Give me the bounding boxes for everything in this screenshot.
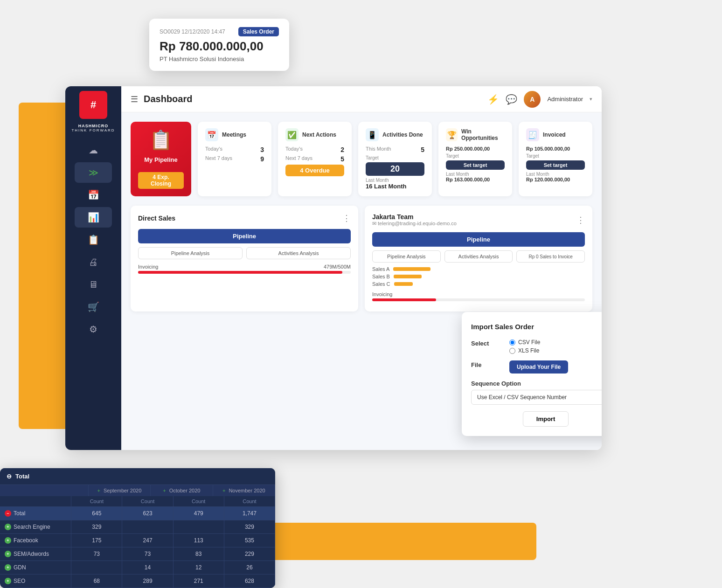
sidebar-item-calendar[interactable]: 📅 <box>75 185 112 205</box>
xls-radio[interactable] <box>509 348 515 354</box>
logo-text: # <box>90 99 96 111</box>
next-actions-icon: ✅ <box>285 128 299 141</box>
pipeline-card-icon: 📋 <box>149 129 173 151</box>
jakarta-team-pipeline-analysis-btn[interactable]: Pipeline Analysis <box>372 250 441 263</box>
direct-sales-pipeline-analysis-btn[interactable]: Pipeline Analysis <box>138 247 243 259</box>
sidebar-item-monitor[interactable]: 🖥 <box>75 274 112 295</box>
activities-last-month-value: 16 Last Month <box>366 183 424 190</box>
win-opportunities-card: 🏆 Win Opportunities Rp 250.000.000,00 Ta… <box>438 122 512 196</box>
sequence-option-select[interactable]: Use Excel / CSV Sequence Number <box>471 390 602 405</box>
next-actions-title: Next Actions <box>302 131 336 138</box>
direct-sales-pipeline-btn[interactable]: Pipeline <box>138 229 351 243</box>
sidebar-item-cloud[interactable]: ☁ <box>75 140 112 160</box>
jakarta-team-activities-analysis-btn[interactable]: Activities Analysis <box>444 250 513 263</box>
win-opps-set-target-btn[interactable]: Set target <box>446 160 505 170</box>
meetings-next7-label: Next 7 days <box>205 155 232 163</box>
jakarta-team-title: Jakarta Team <box>372 213 457 221</box>
activities-icon: 📱 <box>366 128 379 141</box>
sidebar-item-chevron[interactable]: ≫ <box>75 162 112 183</box>
next-actions-today-value: 2 <box>340 146 344 153</box>
col-count-4: Count <box>224 496 275 506</box>
jakarta-team-pipeline-btn[interactable]: Pipeline <box>372 232 585 247</box>
col-count-3: Count <box>174 496 224 506</box>
overdue-badge[interactable]: 4 Overdue <box>285 165 344 176</box>
csv-option[interactable]: CSV File <box>509 339 540 346</box>
activities-target-value: 20 <box>366 162 424 176</box>
direct-sales-activities-analysis-btn[interactable]: Activities Analysis <box>246 247 351 259</box>
activities-target-label: Target <box>366 155 424 160</box>
direct-sales-card: Direct Sales ⋮ Pipeline Pipeline Analysi… <box>131 206 358 311</box>
user-name[interactable]: Administrator <box>547 96 583 103</box>
jakarta-team-card: Jakarta Team ✉ telering@trading-id.equio… <box>365 206 592 311</box>
menu-icon[interactable]: ☰ <box>131 94 138 104</box>
top-navigation: ☰ Dashboard ⚡ 💬 A Administrator ▾ <box>121 86 602 112</box>
sales-order-tooltip: SO0029 12/12/2020 14:47 Sales Order Rp 7… <box>149 19 289 71</box>
csv-radio[interactable] <box>509 339 515 346</box>
sales-c-label: Sales C <box>372 281 390 287</box>
sidebar-item-list[interactable]: 📋 <box>75 229 112 250</box>
tooltip-badge: Sales Order <box>238 27 279 36</box>
jakarta-invoicing-progress: Invoicing <box>372 291 585 301</box>
invoiced-card: 🧾 Invoiced Rp 105.000.000,00 Target Set … <box>519 122 592 196</box>
plus-icon: + <box>5 537 11 544</box>
invoiced-icon: 🧾 <box>526 128 539 141</box>
meetings-today-label: Today's <box>205 146 222 153</box>
invoiced-title: Invoiced <box>543 131 566 138</box>
sales-a-label: Sales A <box>372 266 389 272</box>
tooltip-ref: SO0029 12/12/2020 14:47 <box>160 28 225 35</box>
table-row: + Search Engine 329 329 <box>0 520 275 534</box>
sidebar-item-cart[interactable]: 🛒 <box>75 297 112 317</box>
col-count-2: Count <box>122 496 173 506</box>
meetings-next7-value: 9 <box>260 155 264 163</box>
win-opps-title: Win Opportunities <box>461 128 505 141</box>
meetings-title: Meetings <box>222 131 246 138</box>
upload-file-btn[interactable]: Upload Your File <box>509 360 568 374</box>
file-type-options: CSV File XLS File <box>509 339 540 354</box>
sidebar-item-print[interactable]: 🖨 <box>75 252 112 272</box>
plus-icon: + <box>5 564 11 571</box>
win-opps-last-month-label: Last Month <box>446 172 505 177</box>
sales-c-bar <box>394 282 413 286</box>
activities-this-month-value: 5 <box>421 146 424 153</box>
jakarta-team-sales-invoice-btn[interactable]: Rp 0 Sales to Invoice <box>516 250 585 263</box>
invoiced-set-target-btn[interactable]: Set target <box>526 160 585 170</box>
avatar[interactable]: A <box>524 91 541 108</box>
table-col-headers: Count Count Count Count <box>0 496 275 507</box>
plus-icon: + <box>5 551 11 557</box>
jakarta-invoicing-label: Invoicing <box>372 291 392 297</box>
my-pipeline-card: 📋 My Pipeline 4 Exp. Closing <box>131 122 191 196</box>
user-dropdown-icon[interactable]: ▾ <box>590 96 592 102</box>
table-row: − Total 645 623 479 1,747 <box>0 507 275 520</box>
jakarta-team-email: ✉ telering@trading-id.equio-demo.co <box>372 221 457 227</box>
import-btn[interactable]: Import <box>523 411 569 427</box>
import-sales-order-dialog: Import Sales Order ✕ Select CSV File XLS… <box>462 312 602 436</box>
sidebar-logo[interactable]: # <box>79 91 107 119</box>
sidebar-item-settings[interactable]: ⚙ <box>75 319 112 339</box>
plus-icon: + <box>5 524 11 530</box>
table-rows: − Total 645 623 479 1,747 + Search Engin… <box>0 507 275 588</box>
jakarta-team-menu-icon[interactable]: ⋮ <box>576 215 585 225</box>
next-actions-card: ✅ Next Actions Today's 2 Next 7 days 5 4… <box>278 122 352 196</box>
oct-header: October 2020 <box>169 488 201 493</box>
direct-sales-menu-icon[interactable]: ⋮ <box>342 213 351 223</box>
table-row: + Facebook 175 247 113 535 <box>0 534 275 547</box>
table-row: + SEO 68 289 271 628 <box>0 574 275 588</box>
jakarta-invoicing-progress-bg <box>372 298 585 301</box>
col-count-1: Count <box>71 496 122 506</box>
table-header-label: Total <box>15 473 29 480</box>
invoiced-last-month-value: Rp 120.000.000,00 <box>526 177 585 182</box>
chat-icon[interactable]: 💬 <box>506 94 517 105</box>
table-row: + SEM/Adwords 73 73 83 229 <box>0 547 275 561</box>
total-minus-icon: ⊖ <box>7 473 12 480</box>
sep-header: September 2020 <box>104 488 141 493</box>
pipeline-card-label: My Pipeline <box>144 156 178 163</box>
data-table-overlay: ⊖ Total + September 2020 + October 2020 … <box>0 468 275 588</box>
exp-closing-badge[interactable]: 4 Exp. Closing <box>138 172 184 189</box>
file-label: File <box>471 360 504 368</box>
bolt-icon[interactable]: ⚡ <box>487 94 499 105</box>
invoicing-value: 479M/500M <box>324 264 351 270</box>
win-opps-value: Rp 250.000.000,00 <box>446 146 505 152</box>
next-actions-next7-value: 5 <box>340 155 344 163</box>
sidebar-item-chart[interactable]: 📊 <box>75 207 112 228</box>
xls-option[interactable]: XLS File <box>509 347 540 354</box>
